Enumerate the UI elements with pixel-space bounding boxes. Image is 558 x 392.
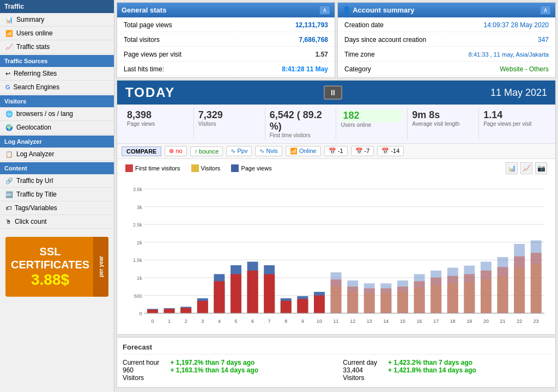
sidebar-item-traffic-stats[interactable]: 📈 Traffic stats bbox=[0, 40, 114, 54]
acc-value: Website - Others bbox=[448, 63, 554, 76]
svg-rect-102 bbox=[498, 267, 508, 313]
compare-button[interactable]: COMPARE bbox=[122, 146, 161, 156]
ssl-banner[interactable]: SSLCERTIFICATES 3.88$ per year bbox=[5, 237, 108, 297]
svg-text:18: 18 bbox=[450, 318, 456, 324]
sidebar-item-referring-sites[interactable]: ↩ Referring Sites bbox=[0, 67, 114, 81]
svg-rect-98 bbox=[481, 271, 492, 313]
today-stat-ppv: 1.14 Page views per visit bbox=[479, 108, 550, 140]
sidebar-item-traffic-title[interactable]: 🔤 Traffic by Title bbox=[0, 188, 114, 201]
tags-icon: 🏷 bbox=[5, 205, 11, 211]
table-row: Days since account creation 347 bbox=[339, 33, 554, 47]
forecast-day-detail-1: + 1,423.2% than 7 days ago bbox=[388, 359, 550, 366]
sidebar-log-header: Log Analyzer bbox=[0, 136, 114, 148]
table-row: Last hits time: 8:41:28 11 May bbox=[118, 63, 333, 76]
today-date: 11 May 2021 bbox=[490, 87, 547, 99]
forecast-day-detail-2: + 1,421.8% than 14 days ago bbox=[388, 366, 550, 374]
general-stats-collapse[interactable]: ∧ bbox=[319, 5, 330, 15]
title-icon: 🔤 bbox=[5, 191, 13, 198]
compare-online[interactable]: 📶 Online bbox=[286, 146, 321, 156]
svg-text:21: 21 bbox=[500, 318, 506, 324]
forecast-pct-1: + 1,197.2% than 7 days ago bbox=[170, 359, 254, 366]
chart-panel: TODAY ⏸ 11 May 2021 8,398 Page views 7,3… bbox=[117, 80, 556, 335]
acc-value: 8:41:33 , 11 may, Asia/Jakarta bbox=[448, 48, 554, 62]
svg-rect-30 bbox=[197, 301, 208, 313]
forecast-hour-details: + 1,197.2% than 7 days ago + 1,163.1% th… bbox=[170, 359, 332, 382]
svg-rect-50 bbox=[281, 301, 292, 313]
sidebar-item-search-engines[interactable]: G Search Engines bbox=[0, 81, 114, 94]
ssl-per-year: per year bbox=[93, 237, 108, 297]
current-hour-value: 960 bbox=[123, 366, 159, 374]
sidebar-item-label: Traffic by Url bbox=[16, 177, 53, 185]
compare-minus14[interactable]: 📅 -14 bbox=[377, 146, 404, 156]
sidebar-item-users-online[interactable]: 📶 Users online bbox=[0, 27, 114, 40]
today-stat-pageviews: 8,398 Page views bbox=[123, 108, 194, 140]
account-summary-collapse[interactable]: ∧ bbox=[540, 5, 551, 15]
svg-rect-38 bbox=[231, 274, 241, 313]
stat-value: 8:41:28 11 May bbox=[236, 63, 333, 76]
stat-value: 1.57 bbox=[236, 48, 333, 62]
svg-text:500: 500 bbox=[134, 293, 142, 299]
svg-rect-70 bbox=[364, 289, 375, 314]
forecast-day-pct-2: + 1,421.8% than 14 days ago bbox=[388, 366, 476, 374]
current-hour-sub: Visitors bbox=[123, 374, 159, 382]
svg-text:12: 12 bbox=[350, 318, 355, 324]
today-label: TODAY bbox=[125, 85, 175, 100]
today-stat-online: 182 Users online bbox=[336, 108, 408, 140]
account-summary-header: 👤 Account summary ∧ bbox=[338, 3, 555, 17]
svg-rect-94 bbox=[464, 274, 475, 313]
compare-bounce[interactable]: ↑ bounce bbox=[190, 146, 223, 156]
stat-label: Page views per visit bbox=[118, 48, 235, 62]
svg-text:2: 2 bbox=[185, 318, 187, 324]
svg-text:2.5k: 2.5k bbox=[133, 222, 142, 228]
svg-rect-42 bbox=[247, 271, 258, 313]
sidebar-item-log-analyzer[interactable]: 📋 Log Analyzer bbox=[0, 148, 114, 161]
sidebar-item-click-count[interactable]: 🖱 Click count bbox=[0, 215, 114, 229]
summary-icon: 📊 bbox=[5, 16, 13, 23]
svg-text:11: 11 bbox=[333, 318, 339, 324]
svg-text:1.5k: 1.5k bbox=[133, 258, 142, 263]
compare-minus7[interactable]: 📅 -7 bbox=[351, 146, 374, 156]
acc-label: Creation date bbox=[339, 19, 447, 32]
sidebar-item-label: Log Analyzer bbox=[16, 150, 54, 158]
legend-label-first-time: First time visitors bbox=[135, 165, 180, 171]
compare-minus1[interactable]: 📅 -1 bbox=[324, 146, 348, 156]
forecast-day-details: + 1,423.2% than 7 days ago + 1,421.8% th… bbox=[388, 359, 550, 382]
svg-rect-26 bbox=[180, 308, 191, 313]
compare-nvis[interactable]: ∿ Nvis bbox=[255, 146, 282, 156]
current-day-label: Current day bbox=[343, 359, 377, 366]
sidebar-item-traffic-url[interactable]: 🔗 Traffic by Url bbox=[0, 174, 114, 188]
sidebar-item-geolocation[interactable]: 🌍 Geolocation bbox=[0, 121, 114, 134]
ssl-title: SSLCERTIFICATES bbox=[11, 245, 89, 271]
avg-visit-value: 9m 8s bbox=[412, 109, 474, 121]
bar-chart: 05001k1.5k2k2.5k3k3.5k012345678910111213… bbox=[125, 183, 547, 330]
svg-rect-18 bbox=[147, 310, 158, 314]
click-icon: 🖱 bbox=[5, 218, 11, 225]
svg-text:6: 6 bbox=[251, 318, 254, 324]
svg-text:0: 0 bbox=[140, 311, 142, 316]
pause-button[interactable]: ⏸ bbox=[324, 85, 342, 100]
visitors-value: 7,329 bbox=[198, 109, 260, 121]
sidebar-item-tags[interactable]: 🏷 Tags/Variables bbox=[0, 201, 114, 215]
chart-bar-icon[interactable]: 📊 bbox=[506, 162, 518, 174]
account-summary-table: Creation date 14:09:37 28 May 2020 Days … bbox=[338, 17, 555, 77]
chart-line-icon[interactable]: 📈 bbox=[520, 162, 532, 174]
forecast-panel: Forecast Current hour 960 Visitors + 1,1… bbox=[117, 337, 556, 388]
legend-pageviews: Page views bbox=[231, 164, 271, 172]
svg-text:5: 5 bbox=[235, 318, 238, 324]
legend-label-visitors: Visitors bbox=[201, 165, 221, 171]
svg-rect-22 bbox=[164, 309, 175, 313]
current-day-sub: Visitors bbox=[343, 374, 377, 382]
sidebar-item-summary[interactable]: 📊 Summary bbox=[0, 13, 114, 27]
compare-ppv[interactable]: ∿ Ppv bbox=[226, 146, 252, 156]
forecast-day-pct-1: + 1,423.2% than 7 days ago bbox=[388, 359, 472, 366]
online-label: Users online bbox=[341, 122, 403, 128]
sidebar: Traffic 📊 Summary 📶 Users online 📈 Traff… bbox=[0, 0, 114, 392]
sidebar-item-label: Users online bbox=[16, 29, 53, 37]
pageviews-label: Page views bbox=[127, 121, 189, 127]
svg-rect-46 bbox=[264, 274, 275, 313]
sidebar-item-browsers[interactable]: 🌐 browsers / os / lang bbox=[0, 107, 114, 121]
chart-camera-icon[interactable]: 📷 bbox=[535, 162, 547, 174]
legend-color-first-time bbox=[125, 164, 133, 172]
forecast-current-day: Current day 33,404 Visitors bbox=[343, 359, 377, 382]
compare-no[interactable]: ⊗ no bbox=[165, 146, 186, 156]
